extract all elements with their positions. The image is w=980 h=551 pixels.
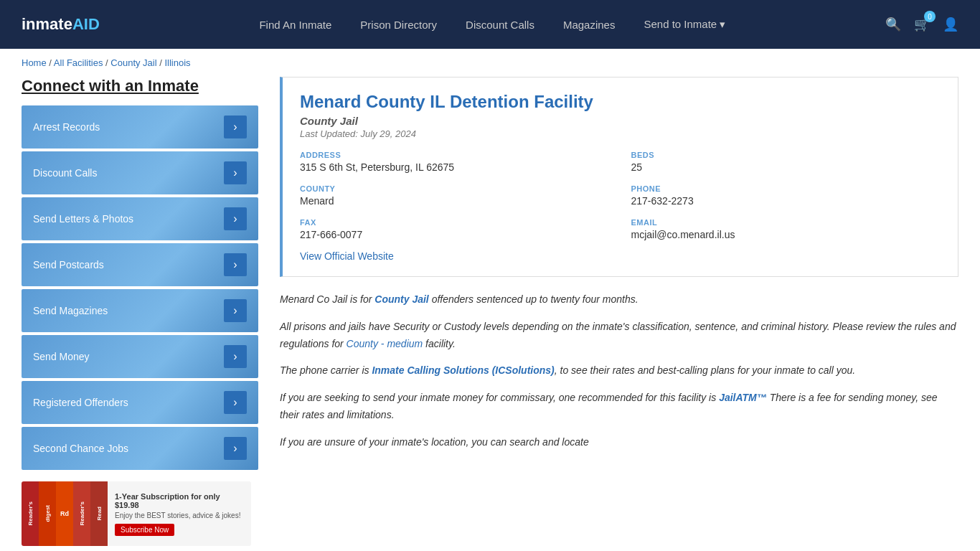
breadcrumb: Home / All Facilities / County Jail / Il… [0,49,980,77]
sidebar-item-send-money[interactable]: Send Money › [22,335,258,378]
breadcrumb-illinois[interactable]: Illinois [164,57,190,68]
facility-last-updated: Last Updated: July 29, 2024 [300,128,941,139]
facility-name: Menard County IL Detention Facility [300,92,941,112]
nav-prison-directory[interactable]: Prison Directory [360,19,437,31]
detail-fax: FAX 217-666-0077 [300,218,610,240]
detail-county: COUNTY Menard [300,184,610,207]
fax-label: FAX [300,218,610,227]
ad-subscribe-button[interactable]: Subscribe Now [115,524,174,536]
desc-para4: If you are seeking to send your inmate m… [280,390,958,424]
main-container: Connect with an Inmate Arrest Records › … [0,77,980,551]
breadcrumb-county-jail[interactable]: County Jail [110,57,156,68]
search-icon[interactable]: 🔍 [885,17,901,32]
nav-send-to-inmate[interactable]: Send to Inmate ▾ [644,18,725,31]
arrow-icon: › [224,345,247,368]
main-nav: Find An Inmate Prison Directory Discount… [100,18,885,31]
sidebar-item-registered-offenders[interactable]: Registered Offenders › [22,381,258,424]
arrow-icon: › [224,161,247,184]
address-label: ADDRESS [300,151,610,159]
sidebar-menu: Arrest Records › Discount Calls › Send L… [22,105,258,470]
arrow-icon: › [224,253,247,276]
county-value: Menard [300,195,610,207]
detail-email: EMAIL mcjail@co.menard.il.us [631,218,941,240]
arrow-icon: › [224,116,247,138]
county-label: COUNTY [300,184,610,193]
sidebar-item-send-postcards[interactable]: Send Postcards › [22,243,258,286]
user-icon[interactable]: 👤 [943,17,958,32]
email-value: mcjail@co.menard.il.us [631,229,941,240]
sidebar-item-send-letters[interactable]: Send Letters & Photos › [22,197,258,240]
facility-details: ADDRESS 315 S 6th St, Petersburg, IL 626… [300,151,941,240]
sidebar-item-arrest-records[interactable]: Arrest Records › [22,105,258,149]
beds-value: 25 [631,161,941,173]
fax-value: 217-666-0077 [300,229,610,240]
nav-magazines[interactable]: Magazines [563,19,616,31]
main-content: Menard County IL Detention Facility Coun… [280,77,958,546]
arrow-icon: › [224,391,247,414]
nav-discount-calls[interactable]: Discount Calls [466,19,534,31]
facility-card: Menard County IL Detention Facility Coun… [280,77,958,277]
phone-label: PHONE [631,184,941,193]
sidebar-title: Connect with an Inmate [22,77,258,95]
detail-phone: PHONE 217-632-2273 [631,184,941,207]
ad-title: 1-Year Subscription for only $19.98 [115,492,244,509]
sidebar-item-second-chance-jobs[interactable]: Second Chance Jobs › [22,427,258,470]
detail-address: ADDRESS 315 S 6th St, Petersburg, IL 626… [300,151,610,173]
breadcrumb-home[interactable]: Home [22,57,47,68]
breadcrumb-all-facilities[interactable]: All Facilities [54,57,103,68]
view-website-link[interactable]: View Official Website [300,250,394,262]
logo[interactable]: inmateAID [22,15,100,34]
address-value: 315 S 6th St, Petersburg, IL 62675 [300,161,610,173]
desc-para1: Menard Co Jail is for County Jail offend… [280,291,958,309]
sidebar-item-discount-calls[interactable]: Discount Calls › [22,151,258,194]
arrow-icon: › [224,437,247,460]
phone-value: 217-632-2273 [631,195,941,207]
beds-label: BEDS [631,151,941,159]
county-medium-link[interactable]: County - medium [347,338,423,349]
sidebar-item-send-magazines[interactable]: Send Magazines › [22,289,258,332]
sidebar-advertisement[interactable]: Reader's digest Rd Reader's Read [22,481,251,546]
cart-icon[interactable]: 🛒 0 [914,17,930,32]
header-actions: 🔍 🛒 0 👤 [885,17,958,32]
desc-para2: All prisons and jails have Security or C… [280,319,958,353]
desc-para5: If you are unsure of your inmate's locat… [280,434,958,451]
detail-beds: BEDS 25 [631,151,941,173]
desc-para3: The phone carrier is Inmate Calling Solu… [280,362,958,380]
arrow-icon: › [224,299,247,322]
jailatm-link[interactable]: JailATM™ [719,392,767,403]
icsolutions-link[interactable]: Inmate Calling Solutions (ICSolutions) [372,364,554,376]
sidebar: Connect with an Inmate Arrest Records › … [22,77,258,546]
nav-find-inmate[interactable]: Find An Inmate [259,19,331,31]
arrow-icon: › [224,207,247,230]
facility-type: County Jail [300,115,941,127]
logo-text: inmateAID [22,15,100,34]
email-label: EMAIL [631,218,941,227]
header: inmateAID Find An Inmate Prison Director… [0,0,980,49]
cart-badge: 0 [924,11,936,22]
ad-subtitle: Enjoy the BEST stories, advice & jokes! [115,512,244,519]
facility-description: Menard Co Jail is for County Jail offend… [280,291,958,451]
